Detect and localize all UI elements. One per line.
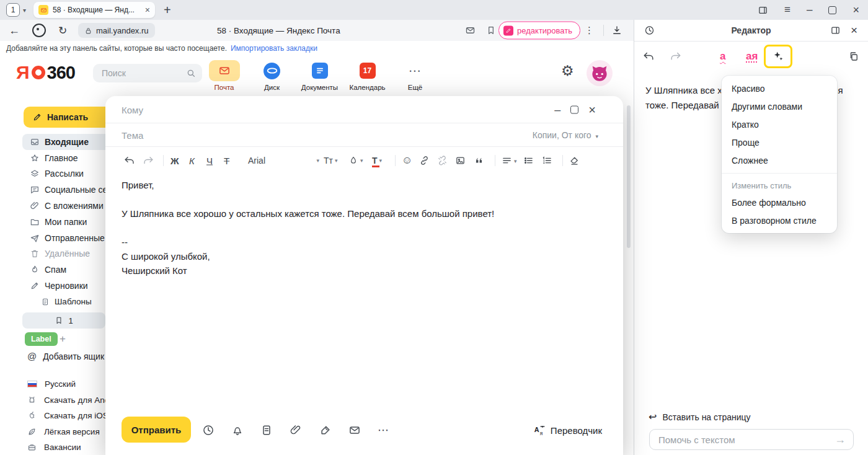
menu-item-simplify[interactable]: Проще [722,133,837,151]
panel-redo-button[interactable] [670,51,681,63]
settings-gear-icon[interactable]: ⚙ [561,64,574,78]
redo-button[interactable] [143,155,154,166]
compose-minimize-icon[interactable]: – [554,103,560,116]
menu-item-rephrase[interactable]: Другими словами [722,97,837,115]
notes-icon[interactable] [260,424,273,436]
schedule-send-icon[interactable] [202,424,215,436]
back-icon[interactable]: ← [9,24,20,37]
sidebar-item-main[interactable]: Главное [0,150,112,166]
bold-button[interactable]: Ж [170,156,179,166]
insert-image-button[interactable] [455,156,466,166]
send-button[interactable]: Отправить [122,417,191,443]
attach-file-icon[interactable] [290,424,302,436]
clear-formatting-button[interactable] [569,156,580,166]
user-avatar[interactable] [587,60,613,86]
text-color-button[interactable]: Т▾ [372,156,382,166]
sidebar-item-deleted[interactable]: Удалённые [0,246,112,262]
sidebar-item-inbox[interactable]: Входящие [22,134,110,150]
numbered-list-button[interactable] [542,156,552,166]
app-more[interactable]: ⋯ Ещё [397,60,433,91]
undo-button[interactable] [124,155,135,166]
panel-undo-button[interactable] [643,51,655,63]
add-mailbox-button[interactable]: @ Добавить ящик [27,351,104,361]
submit-arrow-icon[interactable]: → [835,433,846,446]
app-documents[interactable]: Документы [302,60,337,91]
bulleted-list-button[interactable] [523,156,534,166]
compose-close-icon[interactable]: × [588,102,596,117]
open-in-window-icon[interactable] [830,25,841,36]
sidebar-item-attachments[interactable]: С вложениями [0,198,112,214]
spellcheck-icon[interactable]: a [720,50,725,63]
yandex-360-logo[interactable]: Я 360 [16,63,75,82]
kebab-menu-icon[interactable]: ⋮ [585,25,594,36]
insert-link-button[interactable] [419,156,430,166]
ai-prompt-box[interactable]: → [649,429,854,450]
scrollbar-thumb[interactable] [627,105,631,248]
import-bookmarks-link[interactable]: Импортировать закладки [231,44,317,53]
more-options-icon[interactable]: ⋯ [378,423,389,437]
sidebar-item-my-folders[interactable]: Мои папки [0,214,112,230]
sidebar-item-spam[interactable]: Спам [0,262,112,278]
sidebar-item-newsletters[interactable]: Рассылки [0,166,112,182]
underline-button[interactable]: Ч [206,156,213,166]
menu-item-conversational[interactable]: В разговорном стиле [722,211,837,229]
menu-icon[interactable]: ≡ [784,4,790,16]
emoji-button[interactable]: ☺ [402,154,412,167]
highlight-color-button[interactable]: ▾ [348,156,363,166]
compose-subject-row[interactable]: Тема Копии, От кого ▾ [105,123,623,147]
cc-from-toggle[interactable]: Копии, От кого ▾ [533,130,598,140]
quote-button[interactable] [474,156,484,166]
menu-item-complexify[interactable]: Сложнее [722,151,837,169]
mail-search[interactable] [93,64,202,82]
menu-item-more-formal[interactable]: Более формально [722,193,837,211]
compose-expand-icon[interactable] [570,105,578,113]
compose-to-row[interactable]: Кому – × [105,96,623,123]
restore-window-button[interactable] [828,6,836,14]
translator-button[interactable]: Переводчик [533,424,602,436]
tab-group-chip[interactable]: 1 ▾ [6,3,26,17]
app-calendar[interactable]: 17 Календарь [350,60,385,91]
alice-assistant-icon[interactable] [32,24,46,37]
side-panel-icon[interactable] [758,5,768,15]
attach-mail-icon[interactable] [348,424,361,436]
signature-pen-icon[interactable] [319,424,332,436]
insert-to-page-button[interactable]: ↩ Вставить на страницу [649,411,751,423]
copy-icon[interactable] [848,51,859,62]
bookmark-icon[interactable] [486,25,496,35]
panel-close-icon[interactable]: × [851,24,857,37]
sidebar-item-social[interactable]: Социальные сети [0,182,112,198]
app-disk[interactable]: Диск [254,60,290,91]
sparkles-icon[interactable] [772,50,784,63]
menu-item-beautify[interactable]: Красиво [722,79,837,97]
sidebar-item-drafts[interactable]: Черновики [0,278,112,294]
sidebar-item-templates[interactable]: Шаблоны [0,294,112,310]
sidebar-item-sent[interactable]: Отправленные [0,230,112,246]
ai-prompt-input[interactable] [657,434,831,446]
remove-link-button[interactable] [437,156,448,166]
tab-close-icon[interactable]: × [145,5,150,15]
strikethrough-button[interactable]: Т [224,156,229,166]
new-tab-button[interactable]: + [164,4,171,16]
rephrase-icon[interactable]: ая [746,50,758,63]
label-tag[interactable]: Label [25,332,58,346]
edit-page-button[interactable]: редактировать [498,22,580,40]
envelope-icon[interactable] [465,25,476,36]
font-family-select[interactable]: Arial▾ [248,156,319,166]
minimize-window-button[interactable]: – [807,4,812,16]
add-label-button[interactable]: + [60,332,66,346]
font-size-select[interactable]: Тт▾ [324,156,338,166]
browser-tab[interactable]: 58 · Входящие — Янд... × [33,2,155,18]
menu-item-shorten[interactable]: Кратко [722,115,837,133]
refresh-icon[interactable]: ↻ [58,24,67,37]
close-window-button[interactable]: × [852,4,859,17]
align-button[interactable]: ▾ [502,156,517,166]
message-body[interactable]: Привет, У Шляпника все хорошо у остальны… [122,178,593,278]
url-chip[interactable]: mail.yandex.ru [78,23,155,38]
compose-button[interactable]: Написать [24,107,117,128]
downloads-icon[interactable] [611,25,622,36]
italic-button[interactable]: К [189,156,195,166]
saved-bookmarks-row[interactable]: 1 [22,312,105,329]
search-input[interactable] [100,68,186,79]
reminder-bell-icon[interactable] [231,424,244,436]
app-mail[interactable]: Почта [206,60,242,91]
